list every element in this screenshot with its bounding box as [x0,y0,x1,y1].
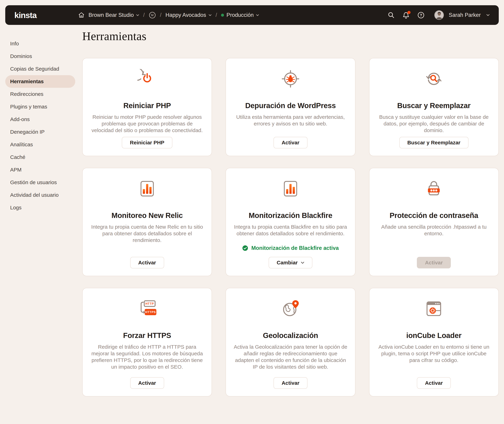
tool-card-ioncube-loader: ionCube Loader Activa ionCube Loader en … [369,288,499,397]
cambiar-button[interactable]: Cambiar [269,257,312,268]
card-description: Añade una sencilla protección .htpasswd … [377,224,491,237]
sidebar-item-cache[interactable]: Caché [5,151,75,163]
restart-icon [137,68,157,90]
activar-button[interactable]: Activar [130,257,164,268]
tool-card-geolocalizacion: Geolocalización Activa la Geolocalizació… [225,288,355,397]
card-description: Activa la Geolocalización para tener la … [234,343,347,370]
card-description: Activa ionCube Loader en tu entorno si t… [377,343,491,364]
reiniciar-php-button[interactable]: Reiniciar PHP [122,137,172,148]
card-title: Monitoreo New Relic [111,211,183,220]
breadcrumb-company[interactable]: Brown Bear Studio [89,12,139,18]
user-menu-chevron-icon[interactable] [486,14,490,16]
navbar-actions: ? Sarah Parker [388,10,490,20]
tool-card-reiniciar-php: Reiniciar PHP Reiniciar tu motor PHP pue… [82,58,212,156]
tool-card-monitoreo-new-relic: Monitoreo New Relic Integra tu propia cu… [82,168,212,276]
card-title: Buscar y Reemplazar [397,101,471,110]
kinsta-logo[interactable]: kinsta [14,10,36,20]
sidebar: InfoDominiosCopias de SeguridadHerramien… [5,37,75,214]
force-https-icon: HTTP HTTPS [136,298,158,320]
tool-card-buscar-y-reemplazar: Buscar y Reemplazar Busca y sustituye cu… [369,58,499,156]
home-icon[interactable] [78,12,85,18]
card-description: Redirige el tráfico de HTTP a HTTPS para… [90,343,204,370]
card-description: Integra tu propia cuenta Blackfire en tu… [234,224,347,237]
card-title: ionCube Loader [406,331,461,340]
card-title: Protección de contraseña [389,211,478,220]
chevron-down-icon [256,14,259,16]
notification-badge-dot [407,11,411,14]
activar-button[interactable]: Activar [417,377,451,389]
sidebar-item-analiticas[interactable]: Analíticas [5,138,75,151]
breadcrumb-environment[interactable]: Producción [221,12,259,18]
tool-card-proteccion-de-contrasena: Protección de contraseña Añade una senci… [369,168,499,276]
wordpress-icon: W [149,12,156,19]
main-content: Herramientas Reiniciar PHP Reiniciar tu … [82,29,499,397]
card-title: Monitorización Blackfire [249,211,332,220]
breadcrumb: Brown Bear Studio / W / Happy Avocados /… [78,12,259,19]
avatar[interactable] [434,10,444,20]
top-navbar: kinsta Brown Bear Studio / W / Happy Avo… [5,5,499,25]
sidebar-item-plugins-y-temas[interactable]: Plugins y temas [5,100,75,113]
sidebar-item-apm[interactable]: APM [5,163,75,176]
bug-target-icon [281,68,300,90]
status-active: Monitorización de Blackfire activa [242,245,339,251]
breadcrumb-separator: / [160,12,162,18]
svg-text:HTTPS: HTTPS [145,311,156,314]
sidebar-item-info[interactable]: Info [5,37,75,50]
activar-button[interactable]: Activar [273,137,308,148]
sidebar-item-actividad-del-usuario[interactable]: Actividad del usuario [5,189,75,201]
check-circle-icon [242,245,248,251]
environment-status-dot [221,14,224,17]
card-title: Reiniciar PHP [123,101,171,110]
svg-text:W: W [151,13,154,17]
sidebar-item-dominios[interactable]: Dominios [5,50,75,62]
activar-button: Activar [417,257,451,268]
activar-button[interactable]: Activar [130,377,164,389]
breadcrumb-separator: / [143,12,145,18]
breadcrumb-separator: / [216,12,217,18]
card-description: Busca y sustituye cualquier valor en la … [377,114,491,134]
card-title: Depuración de WordPress [245,101,336,110]
notifications-bell-icon[interactable] [403,12,409,19]
search-icon[interactable] [388,12,395,19]
card-description: Integra tu propia cuenta de New Relic en… [90,224,204,243]
sidebar-item-copias-de-seguridad[interactable]: Copias de Seguridad [5,62,75,75]
sidebar-item-herramientas[interactable]: Herramientas [5,75,75,88]
help-icon[interactable]: ? [417,12,425,19]
card-description: Reiniciar tu motor PHP puede resolver al… [90,114,204,134]
tool-card-monitorizacion-blackfire: Monitorización Blackfire Integra tu prop… [225,168,355,276]
password-lock-icon [424,178,444,200]
buscar-y-reemplazar-button[interactable]: Buscar y Reemplazar [399,137,469,148]
user-name[interactable]: Sarah Parker [449,12,481,18]
chevron-down-icon [209,14,212,16]
ioncube-loader-icon [424,298,443,320]
tool-card-depuracion-de-wordpress: Depuración de WordPress Utiliza esta her… [225,58,355,156]
bar-chart-icon [281,178,300,200]
chevron-down-icon [301,262,304,264]
card-title: Forzar HTTPS [123,331,171,340]
search-replace-icon [424,68,443,90]
card-title: Geolocalización [263,331,318,340]
globe-pin-icon [280,298,301,320]
sidebar-item-gestion-de-usuarios[interactable]: Gestión de usuarios [5,176,75,189]
tool-card-forzar-https: HTTP HTTPS Forzar HTTPS Redirige el tráf… [82,288,212,397]
sidebar-item-denegacion-ip[interactable]: Denegación IP [5,126,75,138]
card-description: Utiliza esta herramienta para ver advert… [234,114,347,127]
bar-chart-icon [138,178,156,200]
breadcrumb-site[interactable]: Happy Avocados [165,12,212,18]
sidebar-item-logs[interactable]: Logs [5,201,75,214]
sidebar-item-redirecciones[interactable]: Redirecciones [5,88,75,100]
sidebar-item-add-ons[interactable]: Add-ons [5,113,75,126]
tools-grid: Reiniciar PHP Reiniciar tu motor PHP pue… [82,58,499,397]
chevron-down-icon [136,14,139,16]
activar-button[interactable]: Activar [273,377,308,389]
svg-text:?: ? [420,13,422,17]
page-title: Herramientas [82,29,499,43]
svg-text:HTTP: HTTP [146,302,154,306]
